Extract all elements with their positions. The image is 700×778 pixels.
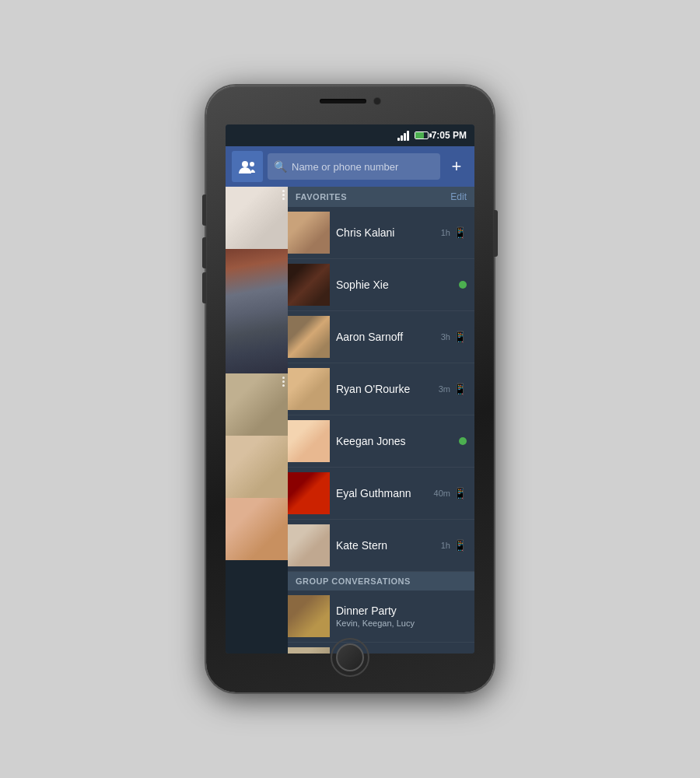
device-icon-chris-kalani: 📱 [453,226,467,239]
phone-screen: 7:05 PM 🔍 Name or phone number + [226,124,474,654]
contact-item-chris-kalani[interactable]: Chris Kalani 1h 📱 [288,207,474,259]
home-button[interactable] [331,638,369,677]
contact-name-ryan-orourke: Ryan O'Rourke [336,383,439,395]
front-camera [374,98,380,104]
avatar-dinner-party [288,595,330,637]
contact-status-aaron-sarnoff: 3h 📱 [441,331,467,343]
group-section-header: GROUP CONVERSATIONS [288,572,474,591]
contact-name-keegan-jones: Keegan Jones [336,435,459,447]
status-bar: 7:05 PM [226,124,474,146]
avatar-sophie-xie [288,264,330,306]
search-bar[interactable]: 🔍 Name or phone number [268,153,440,180]
group-conversations-title: GROUP CONVERSATIONS [296,576,411,586]
contact-name-sophie-xie: Sophie Xie [336,279,459,291]
contact-time-chris-kalani: 1h [441,228,450,237]
contacts-panel: FAVORITES Edit Chris Kalani 1h 📱 [288,187,474,654]
home-button-inner [336,643,364,671]
left-panel [226,187,288,654]
contact-status-chris-kalani: 1h 📱 [441,226,467,239]
online-indicator-sophie-xie [459,281,467,289]
contact-name-kate-stern: Kate Stern [336,539,441,552]
group-item-dinner-party[interactable]: Dinner Party Kevin, Keegan, Lucy [288,591,474,643]
contact-status-eyal-guthmann: 40m 📱 [434,487,467,499]
favorites-section-header: FAVORITES Edit [288,187,474,207]
device-icon-aaron-sarnoff: 📱 [453,331,467,343]
speaker-grille [320,99,366,103]
phone-top-details [320,98,380,104]
signal-bars [397,130,409,141]
status-icons: 7:05 PM [397,130,467,141]
contact-status-ryan-orourke: 3m 📱 [439,383,467,395]
contacts-icon[interactable] [232,151,263,182]
device-icon-kate-stern: 📱 [453,539,467,552]
dots-menu-1[interactable] [282,190,285,200]
app-header: 🔍 Name or phone number + [226,146,474,187]
group-members-dinner-party: Kevin, Keegan, Lucy [336,619,467,628]
contact-info-ryan-orourke: Ryan O'Rourke [330,383,439,395]
contact-info-chris-kalani: Chris Kalani [330,226,441,239]
contact-item-aaron-sarnoff[interactable]: Aaron Sarnoff 3h 📱 [288,311,474,363]
contact-time-aaron-sarnoff: 3h [441,332,450,342]
add-contact-button[interactable]: + [445,155,468,178]
avatar-ryan-orourke [288,368,330,410]
contact-name-aaron-sarnoff: Aaron Sarnoff [336,331,441,343]
contact-item-sophie-xie[interactable]: Sophie Xie [288,259,474,311]
avatar-aaron-sarnoff [288,316,330,358]
contact-time-kate-stern: 1h [441,541,450,550]
svg-point-1 [250,162,254,166]
avatar-keegan-jones [288,420,330,462]
contact-item-eyal-guthmann[interactable]: Eyal Guthmann 40m 📱 [288,468,474,520]
avatar-getting-some-air [288,647,330,654]
contact-name-eyal-guthmann: Eyal Guthmann [336,487,434,499]
signal-bar-1 [397,138,400,141]
contact-name-chris-kalani: Chris Kalani [336,226,441,239]
content-area: FAVORITES Edit Chris Kalani 1h 📱 [226,187,474,654]
contact-status-sophie-xie [459,281,467,289]
status-time: 7:05 PM [432,130,467,141]
left-panel-item-1 [226,187,288,249]
contact-info-sophie-xie: Sophie Xie [330,279,459,291]
favorites-edit-button[interactable]: Edit [450,191,467,202]
contact-item-ryan-orourke[interactable]: Ryan O'Rourke 3m 📱 [288,363,474,415]
signal-bar-2 [401,135,403,141]
contact-info-keegan-jones: Keegan Jones [330,435,459,447]
group-item-getting-some-air[interactable]: Getting some air John, Atish, Sophie, Me… [288,643,474,654]
phone-device: 7:05 PM 🔍 Name or phone number + [206,86,494,692]
battery-fill [415,132,424,138]
avatar-chris-kalani [288,212,330,254]
contact-time-eyal-guthmann: 40m [434,489,450,498]
left-panel-item-5 [226,498,288,560]
battery-icon [415,131,429,139]
group-info-dinner-party: Dinner Party Kevin, Keegan, Lucy [330,605,467,628]
contact-status-keegan-jones [459,437,467,445]
device-icon-ryan-orourke: 📱 [453,383,467,395]
online-indicator-keegan-jones [459,437,467,445]
favorites-title: FAVORITES [296,192,347,202]
svg-point-0 [242,161,248,167]
left-panel-item-3 [226,373,288,436]
contact-time-ryan-orourke: 3m [439,384,450,394]
contact-info-kate-stern: Kate Stern [330,539,441,552]
group-name-dinner-party: Dinner Party [336,605,467,617]
signal-bar-3 [404,133,406,141]
search-icon: 🔍 [274,160,287,173]
contact-item-keegan-jones[interactable]: Keegan Jones [288,415,474,468]
avatar-eyal-guthmann [288,472,330,514]
signal-bar-4 [407,131,409,141]
avatar-kate-stern [288,524,330,566]
contact-info-aaron-sarnoff: Aaron Sarnoff [330,331,441,343]
device-icon-eyal-guthmann: 📱 [453,487,467,499]
contact-info-eyal-guthmann: Eyal Guthmann [330,487,434,499]
contact-item-kate-stern[interactable]: Kate Stern 1h 📱 [288,520,474,572]
left-panel-city-image [226,249,288,373]
left-panel-item-4 [226,436,288,498]
dots-menu-2[interactable] [282,377,285,387]
contact-status-kate-stern: 1h 📱 [441,539,467,552]
search-placeholder: Name or phone number [292,161,434,173]
